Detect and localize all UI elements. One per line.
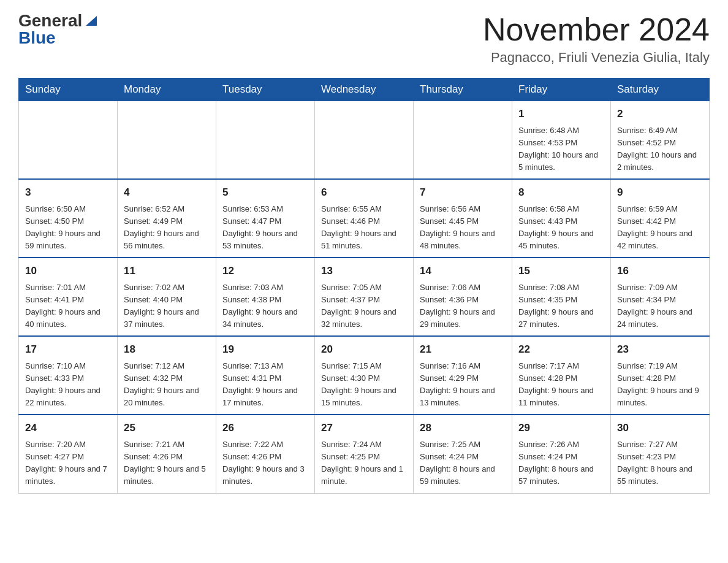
calendar-cell	[118, 101, 216, 180]
day-info: Sunrise: 7:10 AMSunset: 4:33 PMDaylight:…	[25, 360, 111, 410]
day-number: 25	[124, 420, 210, 436]
calendar-week-5: 24Sunrise: 7:20 AMSunset: 4:27 PMDayligh…	[19, 415, 710, 493]
calendar: SundayMondayTuesdayWednesdayThursdayFrid…	[18, 78, 710, 493]
calendar-cell: 14Sunrise: 7:06 AMSunset: 4:36 PMDayligh…	[414, 258, 512, 336]
calendar-cell: 24Sunrise: 7:20 AMSunset: 4:27 PMDayligh…	[19, 415, 118, 493]
logo: General Blue	[18, 12, 98, 47]
day-info: Sunrise: 7:24 AMSunset: 4:25 PMDaylight:…	[321, 439, 407, 488]
calendar-cell: 4Sunrise: 6:52 AMSunset: 4:49 PMDaylight…	[118, 179, 216, 258]
day-info: Sunrise: 6:59 AMSunset: 4:42 PMDaylight:…	[617, 203, 703, 253]
calendar-cell: 10Sunrise: 7:01 AMSunset: 4:41 PMDayligh…	[19, 258, 118, 336]
day-number: 30	[617, 420, 703, 436]
calendar-cell: 18Sunrise: 7:12 AMSunset: 4:32 PMDayligh…	[118, 336, 216, 415]
day-number: 15	[518, 263, 604, 279]
day-info: Sunrise: 7:08 AMSunset: 4:35 PMDaylight:…	[518, 282, 604, 331]
calendar-cell: 16Sunrise: 7:09 AMSunset: 4:34 PMDayligh…	[611, 258, 710, 336]
day-info: Sunrise: 7:22 AMSunset: 4:26 PMDaylight:…	[222, 439, 308, 488]
day-info: Sunrise: 7:06 AMSunset: 4:36 PMDaylight:…	[420, 282, 506, 331]
day-info: Sunrise: 6:49 AMSunset: 4:52 PMDaylight:…	[617, 124, 703, 174]
calendar-week-2: 3Sunrise: 6:50 AMSunset: 4:50 PMDaylight…	[19, 179, 710, 258]
calendar-week-1: 1Sunrise: 6:48 AMSunset: 4:53 PMDaylight…	[19, 101, 710, 180]
day-info: Sunrise: 6:52 AMSunset: 4:49 PMDaylight:…	[124, 203, 210, 253]
day-number: 28	[420, 420, 506, 436]
day-info: Sunrise: 7:15 AMSunset: 4:30 PMDaylight:…	[321, 360, 407, 410]
day-number: 6	[321, 185, 407, 201]
day-number: 19	[222, 342, 308, 358]
calendar-cell: 2Sunrise: 6:49 AMSunset: 4:52 PMDaylight…	[611, 101, 710, 180]
calendar-cell	[19, 101, 118, 180]
calendar-cell	[315, 101, 414, 180]
calendar-cell: 5Sunrise: 6:53 AMSunset: 4:47 PMDaylight…	[216, 179, 315, 258]
day-number: 3	[25, 185, 111, 201]
day-number: 23	[617, 342, 703, 358]
day-number: 4	[124, 185, 210, 201]
day-number: 9	[617, 185, 703, 201]
day-info: Sunrise: 6:53 AMSunset: 4:47 PMDaylight:…	[222, 203, 308, 253]
day-header-saturday: Saturday	[611, 79, 710, 101]
calendar-cell: 28Sunrise: 7:25 AMSunset: 4:24 PMDayligh…	[414, 415, 512, 493]
calendar-cell: 30Sunrise: 7:27 AMSunset: 4:23 PMDayligh…	[611, 415, 710, 493]
day-number: 8	[518, 185, 604, 201]
day-number: 17	[25, 342, 111, 358]
calendar-week-3: 10Sunrise: 7:01 AMSunset: 4:41 PMDayligh…	[19, 258, 710, 336]
day-number: 24	[25, 420, 111, 436]
day-number: 22	[518, 342, 604, 358]
day-header-tuesday: Tuesday	[216, 79, 315, 101]
day-info: Sunrise: 6:55 AMSunset: 4:46 PMDaylight:…	[321, 203, 407, 253]
calendar-cell: 13Sunrise: 7:05 AMSunset: 4:37 PMDayligh…	[315, 258, 414, 336]
calendar-cell: 19Sunrise: 7:13 AMSunset: 4:31 PMDayligh…	[216, 336, 315, 415]
calendar-cell: 6Sunrise: 6:55 AMSunset: 4:46 PMDaylight…	[315, 179, 414, 258]
day-number: 21	[420, 342, 506, 358]
day-info: Sunrise: 7:21 AMSunset: 4:26 PMDaylight:…	[124, 439, 210, 488]
calendar-cell: 1Sunrise: 6:48 AMSunset: 4:53 PMDaylight…	[512, 101, 611, 180]
day-info: Sunrise: 7:19 AMSunset: 4:28 PMDaylight:…	[617, 360, 703, 410]
day-number: 5	[222, 185, 308, 201]
day-info: Sunrise: 7:09 AMSunset: 4:34 PMDaylight:…	[617, 282, 703, 331]
calendar-cell: 29Sunrise: 7:26 AMSunset: 4:24 PMDayligh…	[512, 415, 611, 493]
day-info: Sunrise: 7:12 AMSunset: 4:32 PMDaylight:…	[124, 360, 210, 410]
month-title: November 2024	[483, 12, 710, 47]
day-info: Sunrise: 7:13 AMSunset: 4:31 PMDaylight:…	[222, 360, 308, 410]
day-info: Sunrise: 6:48 AMSunset: 4:53 PMDaylight:…	[518, 124, 604, 174]
logo-triangle-icon	[85, 15, 98, 27]
header: General Blue November 2024 Pagnacco, Fri…	[18, 12, 710, 66]
calendar-week-4: 17Sunrise: 7:10 AMSunset: 4:33 PMDayligh…	[19, 336, 710, 415]
day-info: Sunrise: 7:02 AMSunset: 4:40 PMDaylight:…	[124, 282, 210, 331]
day-info: Sunrise: 7:17 AMSunset: 4:28 PMDaylight:…	[518, 360, 604, 410]
svg-marker-0	[86, 16, 97, 26]
day-header-sunday: Sunday	[19, 79, 118, 101]
calendar-cell: 22Sunrise: 7:17 AMSunset: 4:28 PMDayligh…	[512, 336, 611, 415]
day-header-friday: Friday	[512, 79, 611, 101]
calendar-cell	[414, 101, 512, 180]
day-number: 18	[124, 342, 210, 358]
location: Pagnacco, Friuli Venezia Giulia, Italy	[483, 50, 710, 66]
day-header-monday: Monday	[118, 79, 216, 101]
calendar-cell: 9Sunrise: 6:59 AMSunset: 4:42 PMDaylight…	[611, 179, 710, 258]
day-info: Sunrise: 7:03 AMSunset: 4:38 PMDaylight:…	[222, 282, 308, 331]
calendar-cell: 12Sunrise: 7:03 AMSunset: 4:38 PMDayligh…	[216, 258, 315, 336]
day-number: 20	[321, 342, 407, 358]
day-info: Sunrise: 7:16 AMSunset: 4:29 PMDaylight:…	[420, 360, 506, 410]
day-number: 1	[518, 106, 604, 122]
day-info: Sunrise: 6:50 AMSunset: 4:50 PMDaylight:…	[25, 203, 111, 253]
day-number: 13	[321, 263, 407, 279]
day-info: Sunrise: 7:20 AMSunset: 4:27 PMDaylight:…	[25, 439, 111, 488]
day-info: Sunrise: 6:56 AMSunset: 4:45 PMDaylight:…	[420, 203, 506, 253]
day-number: 10	[25, 263, 111, 279]
calendar-cell: 8Sunrise: 6:58 AMSunset: 4:43 PMDaylight…	[512, 179, 611, 258]
calendar-cell: 23Sunrise: 7:19 AMSunset: 4:28 PMDayligh…	[611, 336, 710, 415]
day-number: 11	[124, 263, 210, 279]
day-header-wednesday: Wednesday	[315, 79, 414, 101]
day-info: Sunrise: 7:26 AMSunset: 4:24 PMDaylight:…	[518, 439, 604, 488]
day-number: 27	[321, 420, 407, 436]
title-area: November 2024 Pagnacco, Friuli Venezia G…	[483, 12, 710, 66]
day-info: Sunrise: 7:01 AMSunset: 4:41 PMDaylight:…	[25, 282, 111, 331]
calendar-cell: 21Sunrise: 7:16 AMSunset: 4:29 PMDayligh…	[414, 336, 512, 415]
logo-general-text: General	[18, 12, 82, 29]
calendar-cell: 27Sunrise: 7:24 AMSunset: 4:25 PMDayligh…	[315, 415, 414, 493]
calendar-cell: 7Sunrise: 6:56 AMSunset: 4:45 PMDaylight…	[414, 179, 512, 258]
day-number: 16	[617, 263, 703, 279]
day-number: 7	[420, 185, 506, 201]
calendar-cell: 26Sunrise: 7:22 AMSunset: 4:26 PMDayligh…	[216, 415, 315, 493]
day-number: 26	[222, 420, 308, 436]
